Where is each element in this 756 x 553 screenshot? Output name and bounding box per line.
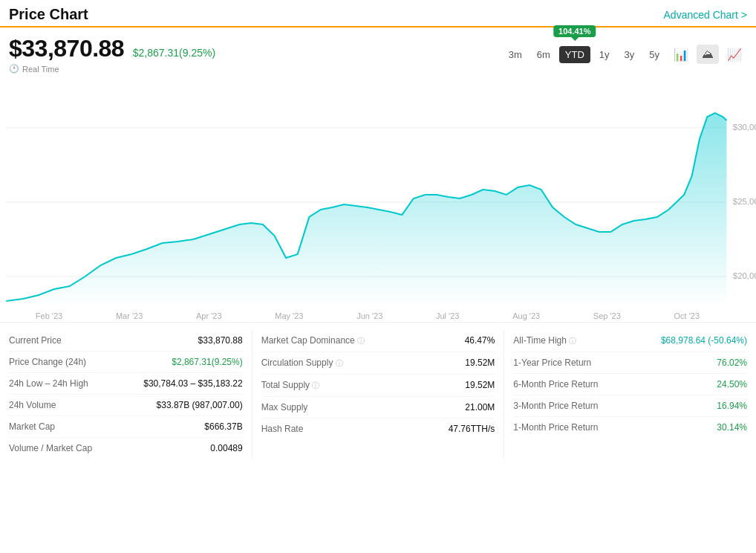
price-chart-svg: $30,000 $25,000 $20,000	[0, 80, 756, 310]
stats-col-1: Current Price $33,870.88 Price Change (2…	[0, 330, 252, 459]
timeframe-6m[interactable]: 6m	[531, 46, 556, 63]
chart-area[interactable]: $30,000 $25,000 $20,000	[0, 80, 756, 310]
timeframe-3y[interactable]: 3y	[619, 46, 641, 63]
stat-24h-volume: 24h Volume $33.87B (987,007.00)	[9, 395, 243, 416]
x-label: Jul '23	[436, 311, 459, 320]
timeframe-1y[interactable]: 1y	[593, 46, 616, 63]
timeframe-3m[interactable]: 3m	[503, 46, 528, 63]
stat-hash-rate: Hash Rate 47.76TTH/s	[261, 418, 495, 439]
stats-col-2: Market Cap Dominance ⓘ 46.47% Circulatio…	[252, 330, 505, 459]
stat-max-supply: Max Supply 21.00M	[261, 397, 495, 418]
x-label: Feb '23	[36, 311, 62, 320]
header: Price Chart Advanced Chart >	[0, 0, 756, 28]
x-label: Mar '23	[116, 311, 143, 320]
price-section: $33,870.88 $2,867.31(9.25%) 🕐 Real Time …	[0, 28, 756, 77]
price-chart-container: Price Chart Advanced Chart > $33,870.88 …	[0, 0, 756, 459]
info-icon[interactable]: ⓘ	[357, 337, 365, 345]
x-axis-labels: Feb '23 Mar '23 Apr '23 May '23 Jun '23 …	[0, 310, 756, 322]
x-label: Oct '23	[674, 311, 700, 320]
stat-current-price: Current Price $33,870.88	[9, 330, 243, 352]
stat-market-dominance: Market Cap Dominance ⓘ 46.47%	[261, 330, 495, 352]
advanced-chart-link[interactable]: Advanced Chart >	[664, 9, 747, 21]
x-label: May '23	[275, 311, 303, 320]
stat-market-cap: Market Cap $666.37B	[9, 416, 243, 438]
x-label: Apr '23	[196, 311, 222, 320]
stat-price-change: Price Change (24h) $2,867.31(9.25%)	[9, 352, 243, 373]
info-icon[interactable]: ⓘ	[312, 381, 319, 389]
price-left: $33,870.88 $2,867.31(9.25%) 🕐 Real Time	[9, 35, 215, 74]
stat-all-time-high: All-Time High ⓘ $68,978.64 (-50.64%)	[513, 330, 747, 352]
realtime-label: Real Time	[22, 65, 59, 74]
page-title: Price Chart	[9, 6, 88, 23]
clock-icon: 🕐	[9, 64, 19, 74]
stats-section: Current Price $33,870.88 Price Change (2…	[0, 322, 756, 459]
stat-3m-return: 3-Month Price Return 16.94%	[513, 395, 747, 417]
area-chart-btn[interactable]: ⛰	[697, 45, 719, 64]
svg-text:$25,000: $25,000	[733, 197, 756, 206]
realtime-indicator: 🕐 Real Time	[9, 64, 215, 74]
stat-1m-return: 1-Month Price Return 30.14%	[513, 417, 747, 438]
stat-1y-return: 1-Year Price Return 76.02%	[513, 352, 747, 374]
stat-6m-return: 6-Month Price Return 24.50%	[513, 374, 747, 395]
price-row: $33,870.88 $2,867.31(9.25%)	[9, 35, 215, 62]
timeframe-5y[interactable]: 5y	[643, 46, 665, 63]
stat-volume-market-cap: Volume / Market Cap 0.00489	[9, 438, 243, 459]
stat-circulation-supply: Circulation Supply ⓘ 19.52M	[261, 352, 495, 375]
x-label: Sep '23	[593, 311, 621, 320]
ytd-wrap: 104.41% YTD	[559, 46, 590, 63]
info-icon[interactable]: ⓘ	[336, 359, 343, 367]
x-label: Aug '23	[512, 311, 540, 320]
current-price: $33,870.88	[9, 35, 124, 62]
svg-text:$30,000: $30,000	[733, 123, 756, 132]
stat-total-supply: Total Supply ⓘ 19.52M	[261, 375, 495, 397]
timeframe-ytd[interactable]: YTD	[559, 46, 590, 63]
price-change: $2,867.31(9.25%)	[133, 47, 215, 59]
stat-24h-range: 24h Low – 24h High $30,784.03 – $35,183.…	[9, 373, 243, 395]
line-chart-btn[interactable]: 📈	[722, 45, 747, 65]
svg-text:$20,000: $20,000	[733, 271, 756, 280]
x-label: Jun '23	[356, 311, 382, 320]
stats-col-3: All-Time High ⓘ $68,978.64 (-50.64%) 1-Y…	[504, 330, 756, 459]
candlestick-chart-btn[interactable]: 📊	[668, 45, 694, 65]
info-icon[interactable]: ⓘ	[569, 337, 576, 345]
timeframe-controls: 3m 6m 104.41% YTD 1y 3y 5y 📊 ⛰ 📈	[503, 45, 747, 65]
